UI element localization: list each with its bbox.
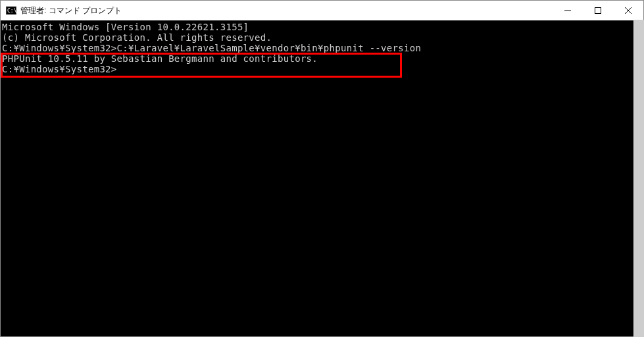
scrollbar-thumb[interactable] — [634, 20, 644, 337]
minimize-button[interactable] — [553, 1, 583, 20]
terminal-prompt-line: C:¥Windows¥System32> — [2, 64, 642, 74]
svg-text:C:\: C:\ — [7, 8, 16, 14]
close-button[interactable] — [613, 1, 643, 20]
terminal-content[interactable]: Microsoft Windows [Version 10.0.22621.31… — [1, 20, 643, 336]
command-prompt-window: C:\ 管理者: コマンド プロンプト Microsoft Windows [V… — [0, 0, 644, 337]
window-title: 管理者: コマンド プロンプト — [20, 5, 122, 16]
cmd-icon: C:\ — [6, 5, 16, 16]
terminal-line: PHPUnit 10.5.11 by Sebastian Bergmann an… — [2, 53, 642, 64]
maximize-button[interactable] — [583, 1, 613, 20]
terminal-line: Microsoft Windows [Version 10.0.22621.31… — [2, 22, 642, 32]
terminal-line: C:¥Windows¥System32>C:¥Laravel¥LaravelSa… — [2, 43, 642, 53]
terminal-line: (c) Microsoft Corporation. All rights re… — [2, 32, 642, 43]
titlebar[interactable]: C:\ 管理者: コマンド プロンプト — [1, 1, 643, 20]
svg-rect-3 — [595, 8, 601, 14]
window-controls — [553, 1, 643, 20]
titlebar-left: C:\ 管理者: コマンド プロンプト — [6, 5, 122, 16]
scrollbar[interactable] — [633, 20, 644, 337]
